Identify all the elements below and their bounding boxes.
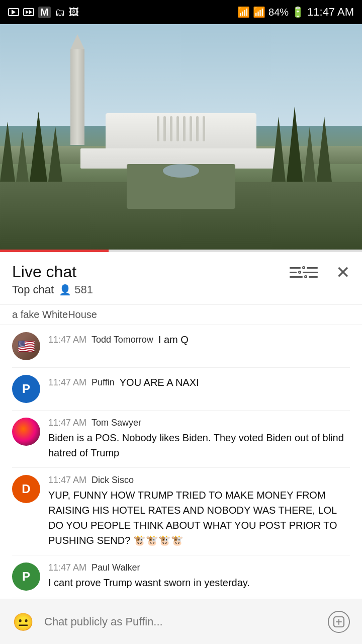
message-content: 11:47 AM Tom Sawyer Biden is a POS. Nobo… [48, 418, 350, 460]
message-author: Paul Walker [92, 562, 140, 573]
wifi-icon: 📶 [237, 6, 250, 18]
list-item: P 11:47 AM Paul Walker I cant prove Trum… [0, 555, 362, 598]
status-bar: M 🗂 🖼 📶 📶 84% 🔋 11:47 AM [0, 0, 362, 24]
message-content: 11:47 AM Dick Sisco YUP, FUNNY HOW TRUMP… [48, 475, 350, 548]
message-content: 11:47 AM Paul Walker I cant prove Trump … [48, 562, 350, 590]
chat-header: Live chat Top chat 👤 581 [0, 252, 362, 305]
avatar: D [12, 475, 40, 503]
message-inline-text: YOU ARE A NAXI [120, 375, 199, 390]
notification-icons: M 🗂 🖼 [8, 7, 79, 18]
time-display: 11:47 AM [307, 6, 354, 19]
message-text: Biden is a POS. Nobody likes Biden. They… [48, 430, 350, 460]
battery-icon: 🔋 [292, 6, 304, 18]
message-meta: 11:47 AM Dick Sisco [48, 475, 350, 486]
send-icon [328, 611, 350, 633]
message-meta: 11:47 AM Todd Tomorrow I am Q [48, 332, 350, 347]
message-meta: 11:47 AM Paul Walker [48, 562, 350, 573]
message-content: 11:47 AM Puffin YOU ARE A NAXI [48, 375, 350, 392]
close-icon[interactable]: ✕ [336, 264, 350, 281]
message-time: 11:47 AM [48, 562, 86, 573]
list-item: 🇺🇸 11:47 AM Todd Tomorrow I am Q [0, 325, 362, 367]
battery-text: 84% [268, 7, 289, 18]
message-time: 11:47 AM [48, 418, 86, 428]
send-button[interactable] [326, 609, 352, 635]
partial-text: a fake WhiteHouse [12, 309, 97, 320]
message-author: Puffin [92, 377, 115, 388]
fountain [163, 164, 199, 178]
system-status: 📶 📶 84% 🔋 11:47 AM [237, 6, 354, 19]
video-progress[interactable] [0, 250, 362, 252]
chat-header-title-group: Live chat Top chat 👤 581 [12, 262, 93, 296]
top-chat-label[interactable]: Top chat [12, 283, 54, 296]
emoji-button[interactable]: 😐 [10, 609, 36, 635]
folder-icon: 🗂 [55, 7, 65, 18]
list-item: 11:47 AM Tom Sawyer Biden is a POS. Nobo… [0, 411, 362, 467]
message-time: 11:47 AM [48, 335, 86, 345]
chat-messages: a fake WhiteHouse 🇺🇸 11:47 AM Todd Tomor… [0, 305, 362, 644]
viewer-count: 581 [74, 283, 93, 296]
message-author: Tom Sawyer [92, 418, 141, 428]
message-content: 11:47 AM Todd Tomorrow I am Q [48, 332, 350, 349]
message-author: Dick Sisco [92, 475, 134, 486]
chat-input-bar: 😐 [0, 599, 362, 644]
message-time: 11:47 AM [48, 475, 86, 486]
message-inline-text: I am Q [158, 332, 189, 347]
image-icon: 🖼 [69, 7, 79, 18]
yt-icon [8, 8, 19, 16]
avatar: P [12, 375, 40, 403]
avatar: 🇺🇸 [12, 332, 40, 360]
message-text: YUP, FUNNY HOW TRUMP TRIED TO MAKE MONEY… [48, 488, 350, 548]
live-chat-title: Live chat [12, 262, 93, 281]
list-item: D 11:47 AM Dick Sisco YUP, FUNNY HOW TRU… [0, 468, 362, 555]
white-house [106, 113, 256, 169]
avatar: P [12, 562, 40, 591]
message-time: 11:47 AM [48, 377, 86, 388]
filter-icon[interactable] [286, 262, 322, 282]
partial-message: a fake WhiteHouse [0, 305, 362, 325]
progress-fill [0, 250, 109, 252]
chat-input[interactable] [44, 609, 318, 635]
message-text: I cant prove Trump wasnt sworn in yester… [48, 575, 350, 590]
list-item: P 11:47 AM Puffin YOU ARE A NAXI [0, 368, 362, 410]
people-icon: 👤 [59, 284, 71, 296]
message-author: Todd Tomorrow [92, 335, 153, 345]
video-player[interactable] [0, 24, 362, 250]
trees-left [0, 92, 80, 182]
forward-icon [23, 8, 34, 16]
message-meta: 11:47 AM Puffin YOU ARE A NAXI [48, 375, 350, 390]
trees-right [272, 102, 362, 182]
emoji-icon: 😐 [13, 612, 34, 632]
chat-header-actions: ✕ [286, 262, 350, 282]
avatar [12, 418, 40, 446]
m-icon: M [38, 7, 51, 18]
signal-icon: 📶 [253, 6, 265, 18]
message-meta: 11:47 AM Tom Sawyer [48, 418, 350, 428]
